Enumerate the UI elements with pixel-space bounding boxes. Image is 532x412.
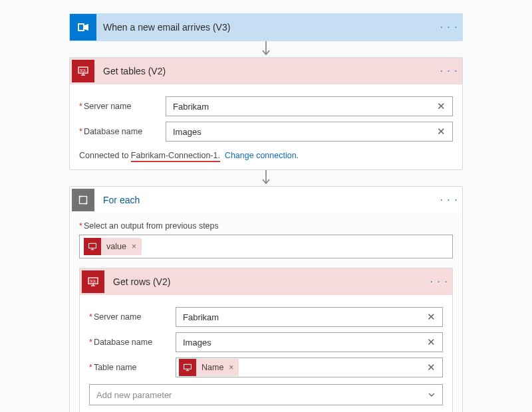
flow-canvas: When a new email arrives (V3) · · · SQL …: [0, 13, 532, 412]
database-name-input[interactable]: Images ✕: [166, 122, 453, 142]
add-parameter-dropdown[interactable]: Add new parameter: [89, 384, 443, 405]
sql-icon: SQL: [72, 60, 94, 82]
server-name-input[interactable]: Fabrikam ✕: [176, 307, 443, 327]
svg-rect-16: [184, 364, 192, 369]
arrow-connector: [69, 170, 463, 186]
close-icon[interactable]: ✕: [434, 126, 448, 138]
name-token[interactable]: Name ×: [179, 359, 239, 376]
change-connection-link[interactable]: Change connection.: [225, 151, 299, 160]
foreach-card: For each · · · *Select an output from pr…: [69, 186, 463, 412]
get-rows-header[interactable]: SQL Get rows (V2) · · ·: [80, 268, 452, 295]
database-name-input[interactable]: Images ✕: [176, 332, 443, 352]
foreach-body: *Select an output from previous steps va…: [70, 213, 462, 412]
table-name-input[interactable]: Name × ✕: [176, 358, 443, 377]
get-tables-card: SQL Get tables (V2) · · · *Server name F…: [69, 57, 463, 170]
loop-icon: [72, 189, 94, 211]
get-tables-header[interactable]: SQL Get tables (V2) · · ·: [70, 58, 462, 84]
get-rows-card: SQL Get rows (V2) · · · *Server name Fab…: [79, 268, 453, 412]
sql-icon: SQL: [82, 270, 104, 293]
close-icon[interactable]: ✕: [424, 336, 438, 348]
close-icon[interactable]: ✕: [434, 100, 448, 112]
foreach-header[interactable]: For each · · ·: [70, 187, 462, 213]
connection-info: Connected to Fabrikam-Connection-1. Chan…: [79, 147, 453, 164]
server-name-label: *Server name: [79, 102, 166, 111]
svg-text:SQL: SQL: [90, 279, 96, 283]
connection-name: Fabrikam-Connection-1.: [131, 151, 220, 162]
get-rows-body: *Server name Fabrikam ✕ *Database name I…: [80, 295, 452, 412]
connection-info: Connected to Fabrikam-Connection-2. Chan…: [89, 408, 443, 412]
get-rows-menu[interactable]: · · ·: [426, 276, 452, 288]
sql-icon: [84, 238, 101, 255]
foreach-title: For each: [96, 195, 436, 205]
sql-icon: [179, 359, 196, 376]
svg-rect-8: [80, 197, 87, 204]
server-name-input[interactable]: Fabrikam ✕: [166, 96, 453, 116]
database-name-label: *Database name: [79, 127, 166, 136]
get-tables-body: *Server name Fabrikam ✕ *Database name I…: [70, 84, 462, 169]
value-token[interactable]: value ×: [84, 238, 142, 255]
trigger-menu[interactable]: · · ·: [436, 21, 462, 33]
table-name-label: *Table name: [89, 363, 176, 372]
arrow-connector: [69, 41, 463, 57]
svg-rect-9: [89, 243, 96, 248]
get-rows-title: Get rows (V2): [106, 276, 426, 287]
svg-rect-1: [79, 25, 83, 30]
server-name-label: *Server name: [89, 312, 176, 322]
database-name-label: *Database name: [89, 338, 176, 347]
get-tables-menu[interactable]: · · ·: [436, 65, 462, 77]
trigger-title: When a new email arrives (V3): [96, 22, 436, 33]
close-icon[interactable]: ✕: [424, 311, 438, 323]
foreach-menu[interactable]: · · ·: [436, 194, 462, 206]
svg-text:SQL: SQL: [80, 68, 86, 72]
close-icon[interactable]: ✕: [424, 361, 438, 373]
chevron-down-icon: [428, 391, 436, 399]
trigger-card[interactable]: When a new email arrives (V3) · · ·: [69, 13, 463, 41]
get-tables-title: Get tables (V2): [96, 66, 436, 76]
output-input[interactable]: value ×: [79, 235, 453, 258]
outlook-icon: [70, 14, 96, 41]
select-output-label: *Select an output from previous steps: [79, 221, 453, 231]
token-remove-icon[interactable]: ×: [227, 363, 239, 372]
token-remove-icon[interactable]: ×: [130, 242, 142, 251]
